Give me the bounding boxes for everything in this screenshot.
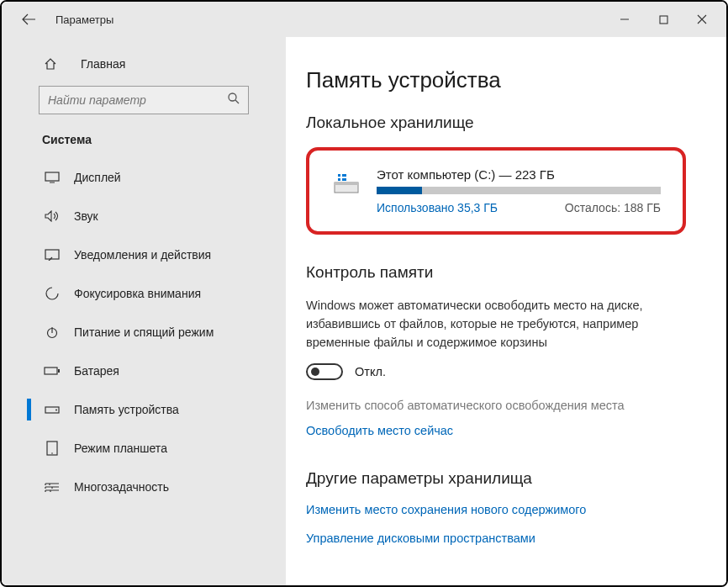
sidebar-home[interactable]: Главная (2, 52, 286, 76)
titlebar: Параметры (2, 2, 726, 37)
disk-remaining-label: Осталось: 188 ГБ (565, 201, 661, 214)
svg-rect-5 (45, 368, 57, 374)
sidebar-item-battery[interactable]: Батарея (2, 352, 286, 390)
sidebar-item-notifications[interactable]: Уведомления и действия (2, 235, 286, 274)
change-save-location-link[interactable]: Изменить место сохранения нового содержи… (306, 503, 686, 516)
sound-icon (44, 210, 61, 222)
svg-rect-2 (45, 172, 59, 181)
sidebar-item-label: Режим планшета (74, 442, 167, 455)
other-storage-heading: Другие параметры хранилища (306, 469, 686, 488)
sidebar-subhead: Система (2, 133, 286, 158)
sidebar-item-tablet[interactable]: Режим планшета (2, 429, 286, 468)
tablet-icon (44, 441, 61, 456)
change-auto-free-label: Изменить способ автоматического освобожд… (306, 399, 686, 412)
free-space-now-link[interactable]: Освободить место сейчас (306, 424, 686, 437)
sidebar: Главная Система Дисплей Звук (2, 37, 286, 585)
disk-title: Этот компьютер (C:) — 223 ГБ (377, 167, 661, 182)
home-icon (44, 57, 57, 71)
close-button[interactable] (683, 2, 721, 37)
disk-used-label: Использовано 35,3 ГБ (377, 201, 498, 214)
back-button[interactable] (20, 11, 37, 28)
disk-card[interactable]: Этот компьютер (C:) — 223 ГБ Использован… (306, 147, 686, 235)
toggle-knob (311, 368, 319, 376)
sidebar-item-sound[interactable]: Звук (2, 197, 286, 235)
sidebar-item-label: Уведомления и действия (74, 248, 211, 262)
manage-storage-spaces-link[interactable]: Управление дисковыми пространствами (306, 531, 686, 545)
minimize-icon (620, 14, 630, 24)
content-area: Память устройства Локальное хранилище Эт… (286, 37, 726, 585)
sidebar-item-storage[interactable]: Память устройства (2, 390, 286, 429)
search-icon (227, 92, 240, 105)
sidebar-item-label: Питание и спящий режим (74, 325, 214, 339)
maximize-icon (659, 15, 668, 24)
toggle-state-label: Откл. (355, 365, 386, 378)
sidebar-item-multitasking[interactable]: Многозадачность (2, 468, 286, 506)
storage-sense-toggle[interactable] (306, 363, 343, 380)
svg-point-1 (229, 93, 236, 101)
storage-sense-description: Windows может автоматически освободить м… (306, 297, 667, 352)
arrow-left-icon (22, 13, 35, 25)
close-icon (697, 14, 707, 24)
svg-rect-6 (58, 369, 60, 373)
maximize-button[interactable] (644, 2, 683, 37)
svg-rect-15 (338, 177, 346, 178)
sidebar-item-power[interactable]: Питание и спящий режим (2, 313, 286, 352)
svg-point-8 (55, 410, 57, 411)
notifications-icon (44, 249, 61, 261)
sidebar-nav: Дисплей Звук Уведомления и действия Фоку… (2, 158, 286, 506)
display-icon (44, 172, 61, 183)
svg-rect-0 (660, 16, 667, 24)
storage-sense-heading: Контроль памяти (306, 263, 686, 282)
sidebar-item-display[interactable]: Дисплей (2, 158, 286, 197)
battery-icon (44, 366, 61, 376)
sidebar-item-label: Звук (74, 209, 98, 223)
sidebar-item-label: Фокусировка внимания (74, 287, 201, 300)
local-storage-heading: Локальное хранилище (306, 114, 686, 132)
power-icon (44, 325, 61, 339)
sidebar-home-label: Главная (81, 57, 125, 71)
disk-usage-fill (377, 187, 422, 194)
drive-icon (331, 167, 361, 198)
storage-icon (44, 405, 61, 415)
sidebar-item-label: Память устройства (74, 403, 179, 416)
search-container (39, 86, 249, 114)
svg-point-10 (51, 452, 53, 454)
svg-rect-12 (335, 182, 358, 185)
multitasking-icon (44, 481, 61, 493)
sidebar-item-focus[interactable]: Фокусировка внимания (2, 274, 286, 313)
focus-icon (44, 287, 61, 300)
search-input[interactable] (39, 86, 249, 114)
disk-usage-bar (377, 187, 661, 194)
minimize-button[interactable] (605, 2, 644, 37)
window-title: Параметры (55, 13, 113, 26)
sidebar-item-label: Батарея (74, 364, 119, 378)
page-title: Память устройства (306, 67, 686, 93)
sidebar-item-label: Многозадачность (74, 480, 169, 494)
sidebar-item-label: Дисплей (74, 171, 121, 184)
